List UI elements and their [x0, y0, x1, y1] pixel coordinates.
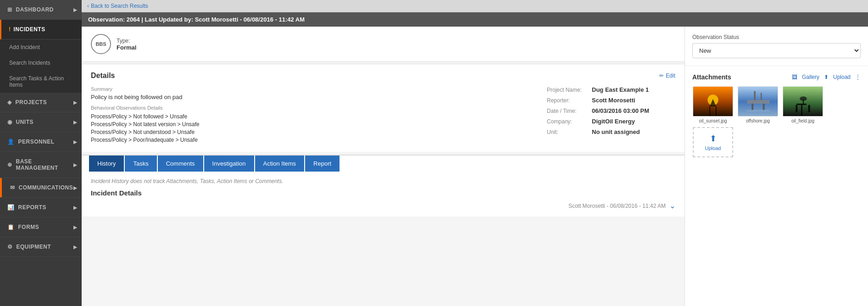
sidebar-item-label: PERSONNEL: [18, 139, 55, 145]
sidebar-item-communications[interactable]: ✉ COMMUNICATIONS ▶: [0, 178, 82, 198]
sidebar-item-dashboard[interactable]: ⊞ DASHBOARD ▶: [0, 0, 82, 20]
left-panel: BBS Type: Formal Details ✏ Edit: [82, 27, 684, 306]
sidebar-sub-search-tasks[interactable]: Search Tasks & Action Items: [0, 71, 82, 93]
offshore-svg: [738, 86, 778, 117]
sidebar-item-incidents[interactable]: ! INCIDENTS: [0, 20, 82, 39]
obs-status-select[interactable]: New: [692, 43, 861, 58]
history-note: Incident History does not track Attachme…: [91, 178, 675, 184]
obs-status-block: Observation Status New: [685, 27, 868, 66]
attachments-title: Attachments: [692, 73, 731, 81]
sidebar-item-label: UNITS: [16, 119, 34, 125]
more-button[interactable]: ⋮: [855, 74, 861, 80]
pencil-icon: ✏: [659, 72, 664, 79]
tab-report[interactable]: Report: [305, 156, 339, 172]
base-icon: ⊕: [7, 161, 12, 168]
svg-point-16: [800, 96, 807, 101]
right-panel: Observation Status New Attachments 🖼 Gal…: [684, 27, 868, 306]
svg-rect-6: [747, 100, 770, 104]
details-section: Details ✏ Edit Summary Policy is not bei…: [82, 64, 684, 152]
reporter-row: Reporter: Scott Morosetti: [547, 97, 675, 104]
exclamation-icon: !: [9, 26, 11, 33]
obs-type-block: BBS Type: Formal: [82, 27, 684, 62]
details-title: Details: [91, 72, 115, 80]
attachment-thumb-1[interactable]: [738, 86, 778, 117]
project-name-label: Project Name:: [547, 87, 588, 93]
behav-label: Behavioral Observations Details: [91, 105, 529, 111]
datetime-row: Date / Time: 06/03/2016 03:00 PM: [547, 107, 675, 114]
svg-rect-9: [751, 104, 753, 110]
chevron-down-icon[interactable]: ⌄: [669, 201, 675, 210]
tab-comments[interactable]: Comments: [158, 156, 203, 172]
behav-item-2: Process/Policy > Not understood > Unsafe: [91, 129, 529, 135]
chevron-right-icon: ▶: [73, 225, 78, 230]
tab-investigation[interactable]: Investigation: [204, 156, 254, 172]
svg-rect-11: [747, 110, 770, 112]
tab-history[interactable]: History: [89, 156, 124, 172]
personnel-icon: 👤: [7, 139, 15, 145]
content-area: BBS Type: Formal Details ✏ Edit: [82, 27, 868, 306]
sidebar-item-label: BASE MANAGEMENT: [16, 158, 75, 171]
sidebar-item-label: DASHBOARD: [16, 6, 54, 13]
attachment-thumb-2[interactable]: [783, 86, 823, 117]
sidebar-item-forms[interactable]: 📋 FORMS ▶: [0, 217, 82, 237]
chevron-right-icon: ▶: [73, 139, 78, 145]
chevron-right-icon: ▶: [73, 205, 78, 210]
project-name-value: Dug East Example 1: [592, 86, 649, 93]
type-value: Formal: [117, 44, 136, 51]
dashboard-icon: ⊞: [7, 6, 12, 13]
chevron-right-icon: ▶: [73, 100, 78, 105]
unit-row: Unit: No unit assigned: [547, 128, 675, 135]
attachment-item-0: oil_sunset.jpg: [692, 86, 734, 123]
chevron-right-icon: ▶: [73, 185, 78, 190]
attachment-name-0: oil_sunset.jpg: [699, 118, 727, 123]
sidebar-item-label: COMMUNICATIONS: [19, 184, 73, 191]
reporter-value: Scott Morosetti: [592, 97, 635, 104]
upload-arrow-icon: ⬆: [710, 134, 717, 144]
sidebar-item-base-management[interactable]: ⊕ BASE MANAGEMENT ▶: [0, 152, 82, 178]
sidebar-item-equipment[interactable]: ⚙ EQUIPMENT ▶: [0, 237, 82, 257]
edit-button[interactable]: ✏ Edit: [659, 72, 675, 79]
sidebar-sub-search-incidents[interactable]: Search Incidents: [0, 55, 82, 71]
tabs-bar: History Tasks Comments Investigation Act…: [82, 155, 684, 172]
datetime-value: 06/03/2016 03:00 PM: [592, 107, 649, 114]
sidebar-sub-incidents: Add Incident Search Incidents Search Tas…: [0, 39, 82, 93]
sidebar-item-label: PROJECTS: [16, 99, 47, 106]
svg-rect-7: [754, 91, 756, 100]
tab-action-items[interactable]: Action Items: [255, 156, 305, 172]
chevron-right-icon: ▶: [73, 245, 78, 250]
oil-sunset-svg: [693, 86, 733, 117]
sidebar-sub-add-incident[interactable]: Add Incident: [0, 39, 82, 55]
history-title: Incident Details: [91, 189, 675, 197]
projects-icon: ◈: [7, 99, 12, 106]
attachment-item-2: oil_field.jpg: [782, 86, 823, 123]
attachments-grid: oil_sunset.jpg: [692, 86, 861, 157]
attachment-item-1: offshore.jpg: [737, 86, 779, 123]
details-right-col: Project Name: Dug East Example 1 Reporte…: [547, 86, 675, 145]
sidebar-item-units[interactable]: ◉ UNITS ▶: [0, 112, 82, 132]
tab-tasks[interactable]: Tasks: [125, 156, 156, 172]
attachment-thumb-0[interactable]: [693, 86, 733, 117]
observation-header-text: Observation: 2064 | Last Updated by: Sco…: [88, 16, 305, 23]
sidebar-item-projects[interactable]: ◈ PROJECTS ▶: [0, 93, 82, 112]
back-link-text: Back to Search Results: [91, 3, 148, 9]
chevron-right-icon: ▶: [73, 162, 78, 167]
upload-box-label: Upload: [705, 145, 721, 151]
company-value: DigitOil Energy: [592, 118, 635, 125]
sidebar-item-personnel[interactable]: 👤 PERSONNEL ▶: [0, 132, 82, 152]
oil-field-svg: [783, 86, 823, 117]
datetime-label: Date / Time:: [547, 108, 588, 114]
upload-box[interactable]: ⬆ Upload: [693, 127, 733, 157]
obs-type-info: Type: Formal: [117, 38, 136, 51]
sidebar-item-reports[interactable]: 📊 REPORTS ▶: [0, 198, 82, 217]
svg-rect-10: [763, 104, 765, 110]
gallery-button[interactable]: Gallery: [802, 74, 819, 80]
back-to-search-results[interactable]: ‹ Back to Search Results: [82, 0, 868, 12]
equip-icon: ⚙: [7, 244, 13, 250]
chevron-right-icon: ▶: [73, 7, 78, 12]
behav-item-0: Process/Policy > Not followed > Unsafe: [91, 113, 529, 120]
company-label: Company:: [547, 118, 588, 125]
history-area: Incident History does not track Attachme…: [82, 172, 684, 217]
upload-button[interactable]: Upload: [833, 74, 851, 80]
reporter-label: Reporter:: [547, 97, 588, 104]
upload-item: ⬆ Upload: [692, 127, 734, 157]
